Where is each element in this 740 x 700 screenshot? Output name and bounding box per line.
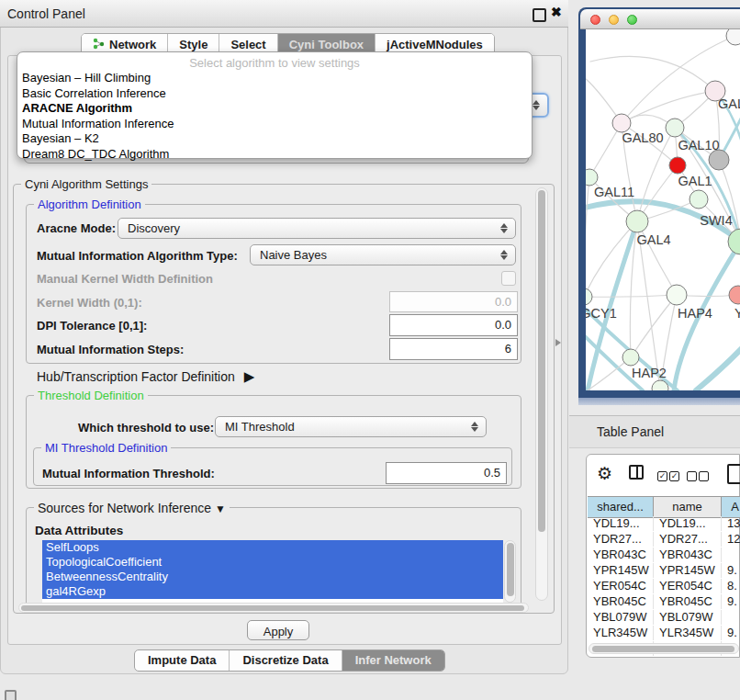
- attributes-list-scrollbar[interactable]: [504, 540, 516, 603]
- tab-discretize-data[interactable]: Discretize Data: [230, 650, 342, 671]
- network-edge[interactable]: [631, 295, 677, 357]
- apply-button[interactable]: Apply: [247, 620, 309, 640]
- network-window-titlebar[interactable]: [580, 9, 740, 29]
- table-horizontal-scrollbar[interactable]: [589, 643, 739, 654]
- scrollbar-thumb[interactable]: [538, 190, 545, 532]
- table-cell[interactable]: YER054C: [654, 579, 722, 593]
- network-node[interactable]: [690, 190, 708, 209]
- network-node[interactable]: [612, 114, 631, 132]
- table-cell[interactable]: 8.: [722, 579, 740, 593]
- scrollbar-thumb[interactable]: [21, 605, 524, 611]
- mi-threshold-field[interactable]: 0.5: [386, 462, 507, 484]
- which-threshold-combobox[interactable]: MI Threshold: [215, 416, 487, 437]
- settings-horizontal-scrollbar[interactable]: [18, 603, 529, 613]
- table-cell[interactable]: YLR345W: [654, 626, 722, 640]
- column-header[interactable]: name: [654, 497, 722, 517]
- attribute-list-item[interactable]: BetweennessCentrality: [42, 570, 503, 584]
- algorithm-option[interactable]: Dream8 DC_TDC Algorithm: [17, 147, 532, 163]
- hub-section-toggle[interactable]: Hub/Transcription Factor Definition ▶: [37, 368, 254, 385]
- algorithm-option[interactable]: Mutual Information Inference: [17, 117, 532, 132]
- minimize-light-icon[interactable]: [609, 15, 619, 25]
- network-edge[interactable]: [696, 346, 740, 390]
- network-edge[interactable]: [586, 177, 589, 297]
- gear-icon[interactable]: ⚙: [597, 463, 612, 484]
- table-cell[interactable]: 9.: [722, 563, 740, 578]
- algorithm-option[interactable]: Bayesian – Hill Climbing: [17, 71, 532, 86]
- table-row[interactable]: YPR145WYPR145W9.: [588, 563, 740, 578]
- tab-impute-data[interactable]: Impute Data: [135, 650, 230, 671]
- sources-toggle[interactable]: Sources for Network Inference ▼: [34, 501, 230, 515]
- split-view-icon[interactable]: [629, 465, 644, 480]
- mi-steps-field[interactable]: 6: [389, 338, 518, 360]
- column-header[interactable]: shared...: [588, 497, 654, 517]
- attribute-list-item[interactable]: TopologicalCoefficient: [42, 555, 503, 570]
- network-edge[interactable]: [590, 56, 715, 91]
- table-cell[interactable]: 13: [722, 516, 740, 531]
- attribute-list-item[interactable]: gal4RGexp: [42, 584, 503, 599]
- data-attributes-list[interactable]: SelfLoopsTopologicalCoefficientBetweenne…: [42, 540, 503, 603]
- table-cell[interactable]: YDL19...: [588, 516, 654, 531]
- table-cell[interactable]: YBL079W: [588, 610, 654, 625]
- table-cell[interactable]: [722, 610, 740, 625]
- table-cell[interactable]: [722, 548, 740, 562]
- table-cell[interactable]: 12: [722, 532, 740, 547]
- float-window-icon[interactable]: [533, 8, 546, 22]
- table-cell[interactable]: YDR27...: [654, 532, 722, 547]
- table-cell[interactable]: YBR043C: [654, 548, 722, 562]
- table-row[interactable]: YLR345WYLR345W9.: [588, 626, 740, 640]
- table-row[interactable]: YBR043CYBR043C: [588, 548, 740, 562]
- dock-icon[interactable]: [5, 690, 17, 700]
- scrollbar-thumb[interactable]: [592, 646, 734, 652]
- network-node[interactable]: [667, 285, 687, 305]
- select-all-icon[interactable]: ✓✓: [657, 468, 681, 484]
- kernel-width-field[interactable]: 0.0: [389, 291, 518, 312]
- scrollbar-thumb[interactable]: [507, 543, 514, 596]
- table-cell[interactable]: YBR045C: [654, 594, 722, 609]
- algorithm-option[interactable]: Bayesian – K2: [17, 131, 532, 147]
- network-node[interactable]: [626, 210, 648, 232]
- network-edge[interactable]: [586, 221, 637, 297]
- table-row[interactable]: YDR27...YDR27...12: [588, 532, 740, 547]
- table-cell[interactable]: YLR345W: [588, 626, 654, 640]
- splitter-collapse-icon[interactable]: [555, 339, 561, 346]
- settings-vertical-scrollbar[interactable]: [535, 187, 548, 601]
- table-cell[interactable]: YBR045C: [588, 594, 654, 609]
- network-canvas[interactable]: GALGAL80GAL10GAL1GAL11SWI4GAL4GCY1HAP4YH…: [586, 29, 740, 390]
- tab-infer-network[interactable]: Infer Network: [342, 650, 444, 671]
- table-cell[interactable]: YER054C: [588, 579, 654, 593]
- column-header[interactable]: A: [722, 497, 740, 517]
- network-node[interactable]: [709, 150, 729, 170]
- table-cell[interactable]: YPR145W: [654, 563, 722, 578]
- table-row[interactable]: YBL079WYBL079W: [588, 610, 740, 625]
- table-cell[interactable]: YBL079W: [654, 610, 722, 625]
- close-icon[interactable]: ✖: [551, 5, 562, 19]
- attribute-list-item[interactable]: SelfLoops: [42, 540, 503, 555]
- network-node[interactable]: [669, 157, 686, 174]
- close-light-icon[interactable]: [590, 15, 600, 25]
- table-row[interactable]: YER054CYER054C8.: [588, 579, 740, 593]
- manual-kernel-checkbox[interactable]: [501, 271, 516, 286]
- table-cell[interactable]: 9.: [722, 626, 740, 640]
- control-panel-titlebar[interactable]: [0, 0, 568, 28]
- network-node[interactable]: [586, 169, 598, 186]
- mi-algorithm-type-combobox[interactable]: Naive Bayes: [250, 244, 516, 265]
- zoom-light-icon[interactable]: [627, 15, 637, 25]
- algorithm-option[interactable]: Basic Correlation Inference: [17, 86, 532, 102]
- network-node[interactable]: [726, 29, 740, 45]
- aracne-mode-combobox[interactable]: Discovery: [118, 218, 516, 239]
- table-cell[interactable]: YPR145W: [588, 563, 654, 578]
- network-node[interactable]: [586, 288, 592, 305]
- table-cell[interactable]: YDL19...: [654, 516, 722, 531]
- table-cell[interactable]: 9.: [722, 594, 740, 609]
- dpi-tolerance-field[interactable]: 0.0: [389, 314, 518, 336]
- deselect-all-icon[interactable]: [687, 468, 711, 484]
- network-node[interactable]: [666, 119, 684, 137]
- table-row[interactable]: YDL19...YDL19...13: [588, 516, 740, 531]
- network-node[interactable]: [729, 286, 740, 304]
- table-cell[interactable]: YBR043C: [588, 548, 654, 562]
- network-node[interactable]: [622, 349, 639, 366]
- algorithm-option[interactable]: ARACNE Algorithm: [17, 101, 532, 117]
- table-row[interactable]: YBR045CYBR045C9.: [588, 594, 740, 609]
- table-cell[interactable]: YDR27...: [588, 532, 654, 547]
- new-table-icon[interactable]: [727, 464, 740, 484]
